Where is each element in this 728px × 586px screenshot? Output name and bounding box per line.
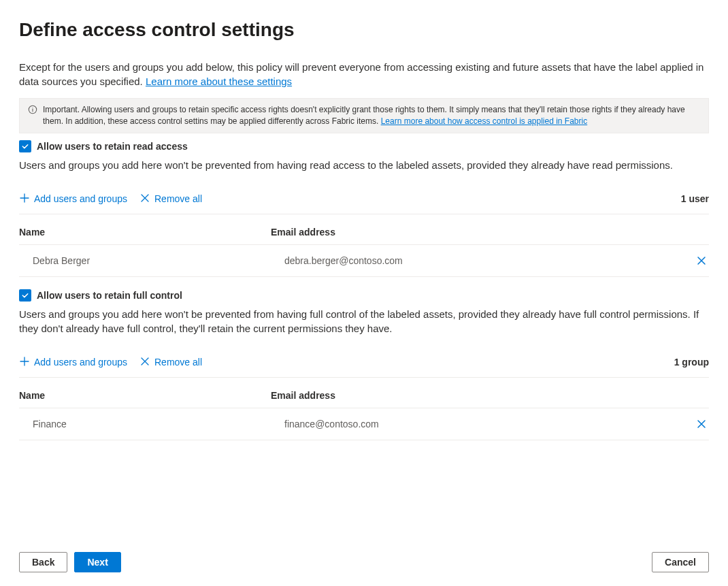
- full-section-description: Users and groups you add here won't be p…: [19, 307, 709, 336]
- read-count-text: 1 user: [681, 193, 709, 204]
- full-header-name: Name: [19, 390, 271, 401]
- read-add-users-label: Add users and groups: [34, 193, 127, 204]
- read-list-row: Debra Berger debra.berger@contoso.com: [19, 244, 709, 277]
- full-add-users-label: Add users and groups: [34, 357, 127, 368]
- full-count-text: 1 group: [674, 357, 709, 368]
- learn-more-fabric-link[interactable]: Learn more about how access control is a…: [381, 116, 588, 126]
- full-list-row: Finance finance@contoso.com: [19, 408, 709, 440]
- read-row-email: debra.berger@contoso.com: [271, 255, 682, 266]
- read-row-remove-button[interactable]: [694, 253, 709, 268]
- info-icon: [28, 105, 37, 114]
- allow-read-access-label: Allow users to retain read access: [37, 141, 188, 152]
- intro-text: Except for the users and groups you add …: [19, 61, 704, 87]
- read-section-description: Users and groups you add here won't be p…: [19, 158, 709, 172]
- banner-text: Important. Allowing users and groups to …: [43, 105, 685, 126]
- x-icon: [139, 193, 150, 206]
- full-list-header: Name Email address: [19, 378, 709, 408]
- footer-bar: Back Next Cancel: [19, 552, 709, 572]
- full-remove-all-button[interactable]: Remove all: [139, 356, 202, 369]
- full-remove-all-label: Remove all: [154, 357, 202, 368]
- plus-icon: [19, 356, 30, 369]
- full-add-users-button[interactable]: Add users and groups: [19, 356, 127, 369]
- allow-full-control-checkbox[interactable]: [19, 289, 31, 302]
- plus-icon: [19, 193, 30, 206]
- full-row-email: finance@contoso.com: [271, 419, 682, 429]
- full-row-remove-button[interactable]: [694, 417, 709, 432]
- read-header-name: Name: [19, 227, 271, 238]
- read-remove-all-label: Remove all: [154, 193, 202, 204]
- info-banner: Important. Allowing users and groups to …: [19, 98, 709, 133]
- read-list-header: Name Email address: [19, 214, 709, 244]
- full-toolbar: Add users and groups Remove all 1 group: [19, 356, 709, 378]
- learn-more-settings-link[interactable]: Learn more about these settings: [146, 76, 292, 87]
- allow-read-access-checkbox[interactable]: [19, 140, 31, 152]
- page-title: Define access control settings: [19, 19, 709, 41]
- full-header-email: Email address: [271, 390, 682, 401]
- back-button[interactable]: Back: [19, 552, 67, 572]
- read-row-name: Debra Berger: [19, 255, 271, 266]
- svg-point-2: [32, 108, 33, 108]
- intro-paragraph: Except for the users and groups you add …: [19, 60, 709, 88]
- x-icon: [139, 356, 150, 369]
- read-remove-all-button[interactable]: Remove all: [139, 193, 202, 206]
- read-add-users-button[interactable]: Add users and groups: [19, 193, 127, 206]
- read-header-email: Email address: [271, 227, 682, 238]
- full-row-name: Finance: [19, 419, 271, 429]
- allow-full-control-label: Allow users to retain full control: [37, 290, 182, 301]
- cancel-button[interactable]: Cancel: [652, 552, 709, 572]
- next-button[interactable]: Next: [74, 552, 120, 572]
- read-toolbar: Add users and groups Remove all 1 user: [19, 193, 709, 214]
